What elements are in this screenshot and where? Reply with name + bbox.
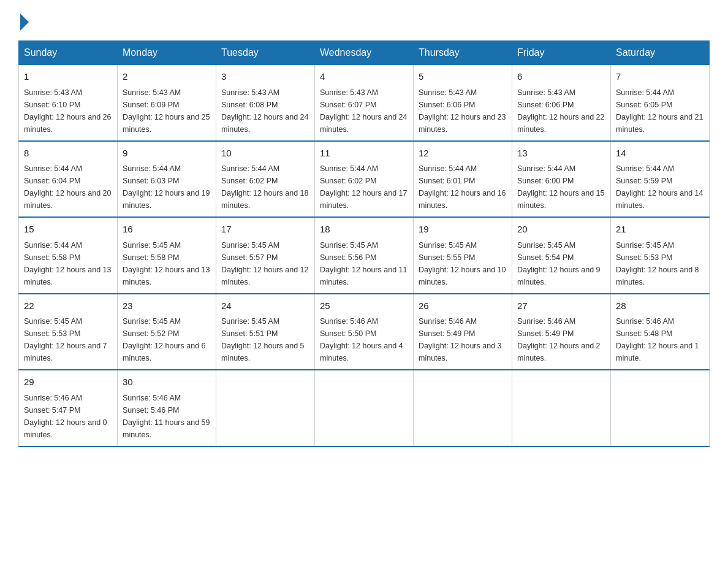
table-row: 11Sunrise: 5:44 AMSunset: 6:02 PMDayligh… (315, 141, 414, 218)
day-info: Sunrise: 5:45 AMSunset: 5:54 PMDaylight:… (517, 241, 601, 286)
table-row: 21Sunrise: 5:45 AMSunset: 5:53 PMDayligh… (611, 217, 710, 294)
day-info: Sunrise: 5:46 AMSunset: 5:49 PMDaylight:… (517, 317, 601, 362)
table-row: 3Sunrise: 5:43 AMSunset: 6:08 PMDaylight… (216, 65, 315, 141)
day-number: 16 (123, 223, 211, 237)
table-row: 25Sunrise: 5:46 AMSunset: 5:50 PMDayligh… (315, 294, 414, 370)
day-info: Sunrise: 5:45 AMSunset: 5:58 PMDaylight:… (123, 241, 210, 286)
day-info: Sunrise: 5:44 AMSunset: 6:01 PMDaylight:… (419, 164, 506, 210)
weekday-header-saturday: Saturday (611, 41, 710, 65)
day-info: Sunrise: 5:44 AMSunset: 5:59 PMDaylight:… (616, 164, 703, 210)
weekday-header-thursday: Thursday (414, 41, 512, 65)
day-info: Sunrise: 5:45 AMSunset: 5:51 PMDaylight:… (221, 317, 305, 362)
table-row: 30Sunrise: 5:46 AMSunset: 5:46 PMDayligh… (118, 370, 216, 446)
table-row (512, 370, 611, 446)
weekday-header-monday: Monday (118, 41, 216, 65)
calendar-table: SundayMondayTuesdayWednesdayThursdayFrid… (18, 40, 710, 447)
table-row: 9Sunrise: 5:44 AMSunset: 6:03 PMDaylight… (118, 141, 216, 218)
day-number: 3 (221, 70, 309, 84)
weekday-header-sunday: Sunday (19, 41, 118, 65)
weekday-header-friday: Friday (512, 41, 611, 65)
table-row: 1Sunrise: 5:43 AMSunset: 6:10 PMDaylight… (19, 65, 118, 141)
day-info: Sunrise: 5:45 AMSunset: 5:57 PMDaylight:… (221, 241, 308, 286)
day-info: Sunrise: 5:45 AMSunset: 5:56 PMDaylight:… (320, 241, 407, 286)
day-number: 21 (616, 223, 704, 237)
table-row (315, 370, 414, 446)
day-info: Sunrise: 5:44 AMSunset: 6:03 PMDaylight:… (123, 164, 210, 210)
day-number: 6 (517, 70, 605, 84)
table-row: 22Sunrise: 5:45 AMSunset: 5:53 PMDayligh… (19, 294, 118, 370)
day-number: 8 (24, 147, 112, 161)
day-info: Sunrise: 5:43 AMSunset: 6:08 PMDaylight:… (221, 88, 308, 134)
table-row: 16Sunrise: 5:45 AMSunset: 5:58 PMDayligh… (118, 217, 216, 294)
day-info: Sunrise: 5:45 AMSunset: 5:53 PMDaylight:… (24, 317, 107, 362)
table-row: 12Sunrise: 5:44 AMSunset: 6:01 PMDayligh… (414, 141, 512, 218)
table-row (414, 370, 512, 446)
logo (18, 12, 29, 28)
day-number: 24 (221, 299, 309, 313)
day-number: 17 (221, 223, 309, 237)
day-number: 26 (419, 299, 507, 313)
day-info: Sunrise: 5:46 AMSunset: 5:50 PMDaylight:… (320, 317, 403, 362)
weekday-header-tuesday: Tuesday (216, 41, 315, 65)
day-number: 10 (221, 147, 309, 161)
page-header (18, 12, 710, 28)
day-number: 23 (123, 299, 211, 313)
day-number: 29 (24, 375, 112, 389)
table-row: 7Sunrise: 5:44 AMSunset: 6:05 PMDaylight… (611, 65, 710, 141)
day-info: Sunrise: 5:44 AMSunset: 6:02 PMDaylight:… (221, 164, 308, 210)
day-info: Sunrise: 5:46 AMSunset: 5:47 PMDaylight:… (24, 394, 107, 439)
day-number: 9 (123, 147, 211, 161)
day-info: Sunrise: 5:44 AMSunset: 6:04 PMDaylight:… (24, 164, 111, 210)
table-row (216, 370, 315, 446)
day-info: Sunrise: 5:45 AMSunset: 5:52 PMDaylight:… (123, 317, 206, 362)
table-row: 8Sunrise: 5:44 AMSunset: 6:04 PMDaylight… (19, 141, 118, 218)
day-number: 5 (419, 70, 507, 84)
day-info: Sunrise: 5:45 AMSunset: 5:53 PMDaylight:… (616, 241, 699, 286)
day-number: 25 (320, 299, 408, 313)
day-info: Sunrise: 5:44 AMSunset: 5:58 PMDaylight:… (24, 241, 111, 286)
table-row: 29Sunrise: 5:46 AMSunset: 5:47 PMDayligh… (19, 370, 118, 446)
day-info: Sunrise: 5:44 AMSunset: 6:00 PMDaylight:… (517, 164, 604, 210)
day-number: 28 (616, 299, 704, 313)
day-number: 19 (419, 223, 507, 237)
day-info: Sunrise: 5:44 AMSunset: 6:05 PMDaylight:… (616, 88, 703, 134)
table-row: 5Sunrise: 5:43 AMSunset: 6:06 PMDaylight… (414, 65, 512, 141)
day-number: 14 (616, 147, 704, 161)
table-row: 13Sunrise: 5:44 AMSunset: 6:00 PMDayligh… (512, 141, 611, 218)
day-number: 13 (517, 147, 605, 161)
day-info: Sunrise: 5:46 AMSunset: 5:46 PMDaylight:… (123, 394, 210, 439)
day-number: 22 (24, 299, 112, 313)
table-row: 17Sunrise: 5:45 AMSunset: 5:57 PMDayligh… (216, 217, 315, 294)
table-row: 15Sunrise: 5:44 AMSunset: 5:58 PMDayligh… (19, 217, 118, 294)
table-row: 19Sunrise: 5:45 AMSunset: 5:55 PMDayligh… (414, 217, 512, 294)
day-number: 18 (320, 223, 408, 237)
table-row (611, 370, 710, 446)
calendar-week-1: 1Sunrise: 5:43 AMSunset: 6:10 PMDaylight… (19, 65, 710, 141)
day-info: Sunrise: 5:43 AMSunset: 6:09 PMDaylight:… (123, 88, 210, 134)
weekday-header-wednesday: Wednesday (315, 41, 414, 65)
day-number: 12 (419, 147, 507, 161)
day-number: 30 (123, 375, 211, 389)
table-row: 14Sunrise: 5:44 AMSunset: 5:59 PMDayligh… (611, 141, 710, 218)
table-row: 4Sunrise: 5:43 AMSunset: 6:07 PMDaylight… (315, 65, 414, 141)
table-row: 28Sunrise: 5:46 AMSunset: 5:48 PMDayligh… (611, 294, 710, 370)
calendar-week-5: 29Sunrise: 5:46 AMSunset: 5:47 PMDayligh… (19, 370, 710, 446)
day-number: 20 (517, 223, 605, 237)
weekday-header-row: SundayMondayTuesdayWednesdayThursdayFrid… (19, 41, 710, 65)
day-number: 1 (24, 70, 112, 84)
table-row: 10Sunrise: 5:44 AMSunset: 6:02 PMDayligh… (216, 141, 315, 218)
day-info: Sunrise: 5:46 AMSunset: 5:48 PMDaylight:… (616, 317, 699, 362)
calendar-week-4: 22Sunrise: 5:45 AMSunset: 5:53 PMDayligh… (19, 294, 710, 370)
table-row: 6Sunrise: 5:43 AMSunset: 6:06 PMDaylight… (512, 65, 611, 141)
day-info: Sunrise: 5:45 AMSunset: 5:55 PMDaylight:… (419, 241, 506, 286)
day-number: 2 (123, 70, 211, 84)
day-info: Sunrise: 5:43 AMSunset: 6:10 PMDaylight:… (24, 88, 111, 134)
day-number: 7 (616, 70, 704, 84)
calendar-week-3: 15Sunrise: 5:44 AMSunset: 5:58 PMDayligh… (19, 217, 710, 294)
table-row: 20Sunrise: 5:45 AMSunset: 5:54 PMDayligh… (512, 217, 611, 294)
calendar-week-2: 8Sunrise: 5:44 AMSunset: 6:04 PMDaylight… (19, 141, 710, 218)
day-info: Sunrise: 5:43 AMSunset: 6:06 PMDaylight:… (419, 88, 506, 134)
day-number: 4 (320, 70, 408, 84)
logo-triangle-icon (20, 13, 29, 31)
table-row: 18Sunrise: 5:45 AMSunset: 5:56 PMDayligh… (315, 217, 414, 294)
